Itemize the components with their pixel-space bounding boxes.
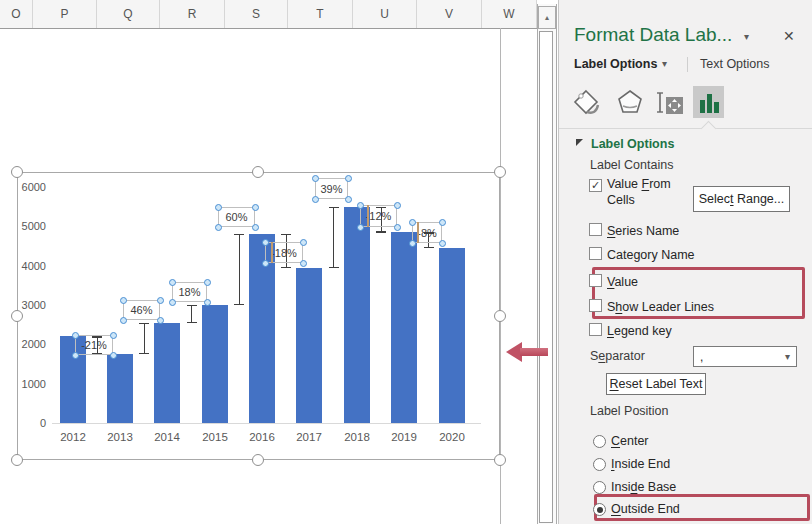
label-selection-handle[interactable] [300,260,307,267]
data-label-2019[interactable]: -12% [360,205,397,227]
select-range-button[interactable]: Select Range... [693,186,790,212]
label-selection-handle[interactable] [409,219,416,226]
tab-label-options[interactable]: Label Options [574,57,657,71]
label-selection-handle[interactable] [72,352,79,359]
label-options-chart-icon[interactable] [698,91,722,115]
label-selection-handle[interactable] [409,240,416,247]
label-selection-handle[interactable] [169,299,176,306]
y-axis-tick-2000: 2000 [10,338,46,350]
pane-title-dropdown-icon[interactable]: ▾ [744,31,749,42]
change-bar-line[interactable] [239,234,240,305]
size-properties-icon[interactable] [656,88,686,116]
chart-selection-handle[interactable] [494,310,506,322]
label-selection-handle[interactable] [169,279,176,286]
label-selection-handle[interactable] [120,317,127,324]
label-selection-handle[interactable] [312,196,319,203]
change-bar-line[interactable] [333,207,334,268]
label-selection-handle[interactable] [345,175,352,182]
section-label-options[interactable]: Label Options [591,137,674,151]
chart-selection-handle[interactable] [494,454,506,466]
label-selection-handle[interactable] [357,202,364,209]
scrollbar-thumb[interactable] [539,31,553,523]
change-bar-cap [234,304,244,305]
radio-outside-end[interactable] [593,503,606,516]
bar-2014[interactable] [154,323,180,423]
vertical-scrollbar[interactable]: ▴ [537,4,557,524]
chart-selection-handle[interactable] [11,454,23,466]
label-selection-handle[interactable] [300,239,307,246]
tab-label-options-dropdown-icon[interactable]: ▾ [662,58,667,69]
label-selection-handle[interactable] [204,279,211,286]
label-selection-handle[interactable] [215,204,222,211]
leader-line-stub [271,242,273,263]
chart-selection-handle[interactable] [494,166,506,178]
bar-2013[interactable] [107,354,133,423]
pane-close-icon[interactable]: ✕ [783,28,795,44]
label-selection-handle[interactable] [204,299,211,306]
checkbox-category-name[interactable] [589,247,602,260]
checkbox-label: Value From Cells [607,176,683,208]
chart-selection-handle[interactable] [11,310,23,322]
data-label-2013[interactable]: -21% [75,335,113,355]
label-contains-heading: Label Contains [590,158,673,172]
label-selection-handle[interactable] [439,240,446,247]
label-selection-handle[interactable] [262,239,269,246]
label-selection-handle[interactable] [345,196,352,203]
label-selection-handle[interactable] [394,224,401,231]
checkbox-show-leader-lines[interactable] [589,299,602,312]
radio-inside-end[interactable] [593,458,606,471]
checkbox-value[interactable] [589,274,602,287]
label-selection-handle[interactable] [72,332,79,339]
label-selection-handle[interactable] [394,202,401,209]
label-selection-handle[interactable] [252,224,259,231]
label-selection-handle[interactable] [262,260,269,267]
chart-area[interactable]: 6000500040003000200010000201220132014201… [0,0,537,524]
pane-divider [559,128,812,129]
fill-line-icon[interactable] [572,88,600,116]
y-axis-tick-4000: 4000 [10,260,46,272]
collapse-triangle-icon[interactable] [576,139,583,146]
data-label-2014[interactable]: 46% [123,300,160,320]
label-selection-handle[interactable] [312,175,319,182]
label-selection-handle[interactable] [157,297,164,304]
data-label-2015[interactable]: 18% [172,282,207,302]
data-label-2018[interactable]: 39% [315,178,348,199]
radio-center[interactable] [593,435,606,448]
tab-text-options[interactable]: Text Options [700,57,769,71]
bar-2015[interactable] [202,305,228,423]
bar-2018[interactable] [344,207,370,423]
radio-label: Inside End [611,457,670,471]
label-selection-handle[interactable] [439,219,446,226]
chart-selection-handle[interactable] [252,454,264,466]
label-selection-handle[interactable] [252,204,259,211]
bar-2019[interactable] [391,232,417,423]
data-label-2016[interactable]: 60% [218,207,255,227]
bar-2020[interactable] [439,248,465,423]
label-selection-handle[interactable] [110,332,117,339]
checkbox-label: Show Leader Lines [607,299,777,315]
label-selection-handle[interactable] [215,224,222,231]
x-axis-label-2013: 2013 [98,431,142,443]
checkbox-value-from-cells[interactable]: ✓ [589,179,602,192]
radio-inside-base[interactable] [593,481,606,494]
x-axis-label-2012: 2012 [51,431,95,443]
bar-2017[interactable] [296,268,322,423]
label-selection-handle[interactable] [110,352,117,359]
reset-label-text-button[interactable]: Reset Label Text [606,373,706,395]
scroll-up-button[interactable]: ▴ [538,6,556,29]
x-axis-label-2020: 2020 [430,431,474,443]
chart-selection-handle[interactable] [252,166,264,178]
chart-selection-handle[interactable] [11,166,23,178]
label-selection-handle[interactable] [120,297,127,304]
checkbox-series-name[interactable] [589,223,602,236]
label-selection-handle[interactable] [157,317,164,324]
x-axis-label-2016: 2016 [240,431,284,443]
label-selection-handle[interactable] [357,224,364,231]
checkbox-legend-key[interactable] [589,323,602,336]
change-bar-line[interactable] [144,323,145,354]
effects-icon[interactable] [616,88,644,116]
change-bar-cap [376,231,386,232]
change-bar-cap [139,353,149,354]
separator-dropdown[interactable]: , ▾ [693,346,797,367]
change-bar-line[interactable] [191,305,192,323]
